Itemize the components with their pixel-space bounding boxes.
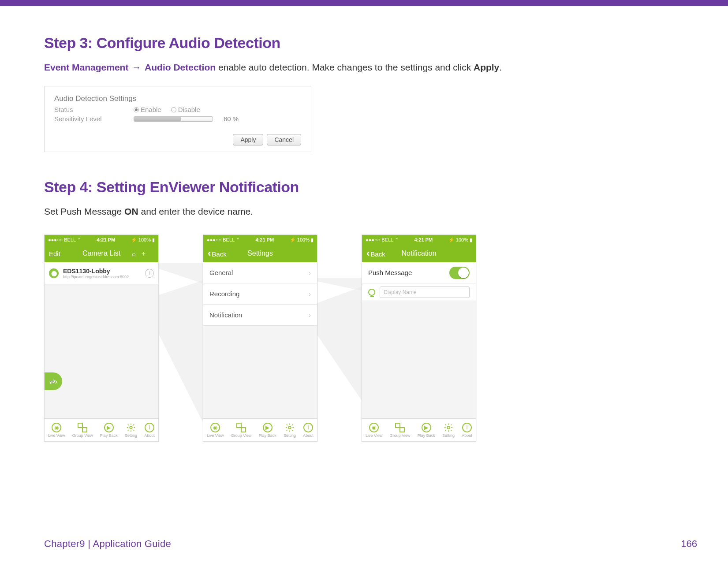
nav-title: Notification: [388, 249, 449, 257]
camera-icon: [368, 289, 375, 296]
battery: ⚡ 100% ▮: [131, 237, 155, 243]
push-message-label: Push Message: [368, 269, 412, 276]
tab-about[interactable]: iAbout: [303, 423, 314, 438]
tab-setting[interactable]: Setting: [442, 423, 455, 438]
step3-intro: Event Management → Audio Detection enabl…: [44, 62, 697, 73]
step3-tail: enable auto detection. Make changes to t…: [218, 62, 474, 72]
carrier: ●●●○○ BELL ⌃: [48, 237, 81, 243]
status-time: 4:21 PM: [97, 237, 116, 242]
camera-row[interactable]: ⬤ EDS1130-Lobby http://ipcam.engeniusidd…: [45, 262, 158, 284]
tab-bar: ◉Live View Group View ▶Play Back Setting…: [362, 418, 476, 441]
sensitivity-value: 60 %: [224, 115, 239, 123]
phone-notification: ●●●○○ BELL ⌃ 4:21 PM ⚡ 100% ▮ Back Notif…: [362, 234, 476, 442]
status-bar: ●●●○○ BELL ⌃ 4:21 PM ⚡ 100% ▮: [45, 235, 158, 245]
info-tab-icon: i: [303, 423, 313, 432]
tab-bar: ◉Live View Group View ▶Play Back Setting…: [203, 418, 317, 441]
svg-point-0: [130, 426, 132, 429]
phone-camera-list: ●●●○○ BELL ⌃ 4:21 PM ⚡ 100% ▮ Edit Camer…: [44, 234, 159, 442]
back-button[interactable]: Back: [208, 248, 227, 259]
tab-group-view[interactable]: Group View: [231, 423, 252, 438]
step4-pre: Set Push Message: [44, 206, 124, 216]
grid-icon: [236, 423, 246, 432]
status-label: Status: [54, 106, 134, 113]
chevron-right-icon: ›: [309, 312, 311, 319]
info-tab-icon: i: [462, 423, 472, 432]
target-icon: ◉: [369, 423, 379, 432]
page-content: Step 3: Configure Audio Detection Event …: [44, 18, 697, 442]
chapter-label: Chapter9 | Application Guide: [44, 538, 171, 550]
play-icon: ▶: [263, 423, 273, 432]
nav-title: Camera List: [71, 249, 132, 257]
apply-button[interactable]: Apply: [233, 134, 263, 145]
page-footer: Chapter9 | Application Guide 166: [44, 538, 697, 550]
gear-icon: [126, 423, 136, 432]
back-button[interactable]: Back: [366, 248, 385, 259]
tab-about[interactable]: iAbout: [144, 423, 155, 438]
target-icon: ◉: [52, 423, 61, 432]
disable-label: Disable: [178, 106, 200, 113]
enable-radio[interactable]: [134, 107, 139, 112]
tab-play-back[interactable]: ▶Play Back: [418, 423, 435, 438]
tab-group-view[interactable]: Group View: [72, 423, 93, 438]
status-time: 4:21 PM: [414, 237, 433, 242]
battery: ⚡ 100% ▮: [448, 237, 472, 243]
step4-intro: Set Push Message ON and enter the device…: [44, 206, 697, 217]
arrow-icon: →: [132, 62, 141, 73]
sensitivity-slider[interactable]: [134, 116, 213, 122]
settings-row-general[interactable]: General›: [203, 262, 317, 283]
panel-title: Audio Detection Settings: [54, 94, 301, 103]
tab-live-view[interactable]: ◉Live View: [366, 423, 382, 438]
step4-post: and enter the device name.: [141, 206, 253, 216]
status-bar: ●●●○○ BELL ⌃ 4:21 PM ⚡ 100% ▮: [203, 235, 317, 245]
status-time: 4:21 PM: [256, 237, 274, 242]
tab-live-view[interactable]: ◉Live View: [48, 423, 65, 438]
period: .: [499, 62, 502, 72]
breadcrumb-event-management: Event Management: [44, 62, 128, 72]
tab-setting[interactable]: Setting: [284, 423, 296, 438]
camera-url: http://ipcam.engeniusiddns.com:8092: [63, 275, 145, 279]
push-message-row: Push Message: [362, 262, 476, 283]
tab-live-view[interactable]: ◉Live View: [207, 423, 224, 438]
play-icon: ▶: [422, 423, 431, 432]
disable-radio[interactable]: [171, 107, 176, 112]
tab-setting[interactable]: Setting: [125, 423, 137, 438]
camera-name: EDS1130-Lobby: [63, 268, 145, 275]
chevron-right-icon: ›: [309, 269, 311, 276]
gear-icon: [285, 423, 295, 432]
audio-detection-panel: Audio Detection Settings Status Enable D…: [44, 86, 311, 152]
tab-group-view[interactable]: Group View: [390, 423, 411, 438]
enable-label: Enable: [141, 106, 161, 113]
camera-status-icon: ⬤: [49, 268, 59, 278]
info-icon[interactable]: i: [145, 269, 154, 278]
tab-about[interactable]: iAbout: [462, 423, 472, 438]
display-name-input[interactable]: Display Name: [380, 287, 470, 298]
settings-row-notification[interactable]: Notification›: [203, 305, 317, 326]
carrier: ●●●○○ BELL ⌃: [366, 237, 399, 243]
apply-word: Apply: [474, 62, 499, 72]
tab-play-back[interactable]: ▶Play Back: [100, 423, 118, 438]
edit-button[interactable]: Edit: [49, 250, 60, 257]
phone-settings: ●●●○○ BELL ⌃ 4:21 PM ⚡ 100% ▮ Back Setti…: [203, 234, 317, 442]
drawer-handle[interactable]: ⇄›: [45, 372, 62, 390]
step3-heading: Step 3: Configure Audio Detection: [44, 34, 697, 52]
push-toggle[interactable]: [449, 267, 470, 279]
page-number: 166: [681, 538, 697, 550]
cancel-button[interactable]: Cancel: [267, 134, 301, 145]
svg-point-2: [447, 426, 450, 429]
nav-bar: Back Notification: [362, 245, 476, 262]
add-icon[interactable]: ＋: [140, 249, 147, 258]
top-stripe: [0, 0, 728, 6]
chevron-right-icon: ›: [309, 290, 311, 298]
settings-row-recording[interactable]: Recording›: [203, 283, 317, 305]
search-icon[interactable]: ⌕: [132, 250, 136, 257]
sensitivity-label: Sensitivity Level: [54, 115, 134, 123]
nav-bar: Edit Camera List ⌕ ＋: [45, 245, 158, 262]
gear-icon: [444, 423, 453, 432]
battery: ⚡ 100% ▮: [290, 237, 314, 243]
tab-play-back[interactable]: ▶Play Back: [259, 423, 276, 438]
svg-point-1: [288, 426, 291, 429]
play-icon: ▶: [104, 423, 114, 432]
grid-icon: [78, 423, 87, 432]
info-tab-icon: i: [145, 423, 154, 432]
nav-bar: Back Settings: [203, 245, 317, 262]
